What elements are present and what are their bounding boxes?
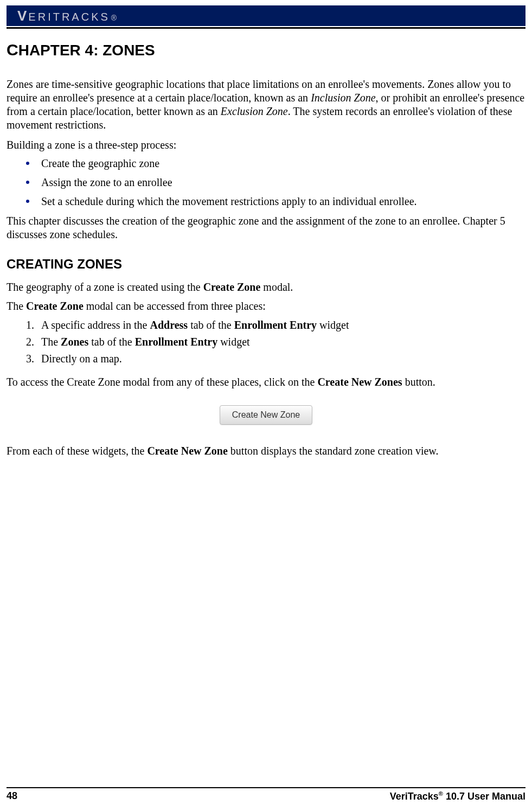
create-new-zone-button[interactable]: Create New Zone [220,405,312,425]
chapter-title: CHAPTER 4: ZONES [7,41,525,59]
p6-c: button. [402,376,435,388]
p1-em2: Exclusion Zone [221,105,288,117]
p6-b: Create New Zones [317,376,402,388]
h2-a: C [7,257,16,271]
list-item: Create the geographic zone [7,157,525,170]
footer-brand: VeriTracks [390,791,439,802]
footer-manual: 10.7 User Manual [443,791,525,802]
list-item: Set a schedule during which the movement… [7,195,525,208]
n1-a: A specific address in the [41,319,150,331]
h2-c: ONES [85,257,122,271]
bullet-text-0: Create the geographic zone [41,157,159,170]
title-cap1: C [7,41,18,59]
footer-reg-icon: ® [439,790,443,797]
list-item: Directly on a map. [7,352,525,366]
n1-b: Address [150,319,188,331]
building-intro: Building a zone is a three-step process: [7,138,525,152]
n3: Directly on a map. [41,352,122,366]
n1-c: tab of the [188,319,234,331]
n2-d: Enrollment Entry [135,336,217,348]
n2-c: tab of the [88,336,135,348]
n1-e: widget [317,319,349,331]
title-mid: HAPTER 4: Z [18,42,112,59]
p7-b: Create New Zone [147,445,227,457]
bullet-list: Create the geographic zone Assign the zo… [7,157,525,208]
chapter-summary: This chapter discusses the creation of t… [7,214,525,241]
intro-paragraph: Zones are time-sensitive geographic loca… [7,78,525,132]
list-item: Assign the zone to an enrollee [7,176,525,189]
page-number: 48 [7,790,17,802]
p4-c: modal. [260,281,293,293]
n2-e: widget [217,336,249,348]
page-footer: 48 VeriTracks® 10.7 User Manual [7,787,525,802]
p5-b: Create Zone [26,300,84,312]
title-end: ONES [112,42,155,59]
n2-a: The [41,336,61,348]
p6-a: To access the Create Zone modal from any… [7,376,317,388]
section-title-creating-zones: CREATING ZONES [7,257,525,272]
h2-b: REATING Z [16,257,85,271]
bullet-icon [26,162,29,165]
brand-rest: ERITRACKS [28,11,110,23]
p7-c: button displays the standard zone creati… [228,445,439,457]
footer-right: VeriTracks® 10.7 User Manual [390,790,525,802]
list-item: The Zones tab of the Enrollment Entry wi… [7,335,525,349]
list-item: A specific address in the Address tab of… [7,318,525,332]
p5-a: The [7,300,26,312]
p7-a: From each of these widgets, the [7,445,147,457]
p4: The geography of a zone is created using… [7,280,525,294]
p4-a: The geography of a zone is created using… [7,281,203,293]
button-figure: Create New Zone [7,405,525,425]
header-rule [7,27,525,29]
bullet-icon [26,181,29,184]
footer-rule [7,787,525,788]
p1-em1: Inclusion Zone [311,92,375,104]
p7: From each of these widgets, the Create N… [7,444,525,458]
bullet-text-2: Set a schedule during which the movement… [41,195,417,208]
registered-icon: ® [111,14,118,22]
n1-d: Enrollment Entry [234,319,317,331]
p5: The Create Zone modal can be accessed fr… [7,299,525,313]
bullet-icon [26,200,29,203]
header-bar: VERITRACKS® [7,5,525,26]
n2-b: Zones [61,336,88,348]
numbered-list: A specific address in the Address tab of… [7,318,525,366]
p4-b: Create Zone [203,281,261,293]
brand-logo: VERITRACKS® [17,8,118,24]
brand-v: V [17,8,28,24]
p6: To access the Create Zone modal from any… [7,375,525,389]
p5-c: modal can be accessed from three places: [84,300,266,312]
bullet-text-1: Assign the zone to an enrollee [41,176,172,189]
